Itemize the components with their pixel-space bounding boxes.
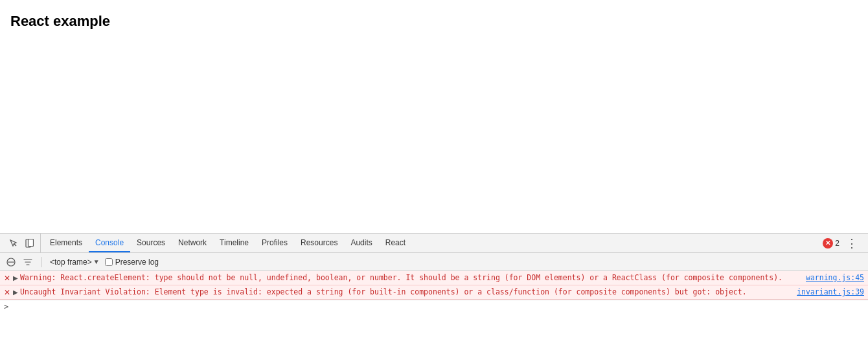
more-options-button[interactable]: ⋮ [843,236,860,250]
message-text-2: Uncaught Invariant Violation: Element ty… [20,287,792,296]
message-source-1[interactable]: warning.js:45 [806,273,864,282]
tab-audits[interactable]: Audits [344,234,378,252]
devtools-right-controls: ✕ 2 ⋮ [817,236,865,250]
page-heading: React example [10,13,858,30]
console-input-line: > [0,300,868,313]
mobile-device-icon[interactable] [23,238,35,249]
tab-sources[interactable]: Sources [130,234,172,252]
console-messages: ✕ ▶ Warning: React.createElement: type s… [0,271,868,343]
preserve-log-label[interactable]: Preserve log [105,258,159,267]
tab-network[interactable]: Network [172,234,213,252]
devtools-panel: Elements Console Sources Network Timelin… [0,233,868,343]
error-icon-2: ✕ [4,288,10,297]
main-content: React example [0,0,868,233]
devtools-tabs: Elements Console Sources Network Timelin… [41,234,817,252]
message-text-1: Warning: React.createElement: type shoul… [20,273,801,282]
tab-console[interactable]: Console [89,234,130,252]
preserve-log-checkbox[interactable] [105,258,113,266]
svg-rect-2 [28,239,33,246]
tab-resources[interactable]: Resources [294,234,344,252]
inspect-element-icon[interactable] [8,238,19,249]
frame-selector-text: <top frame> [50,258,92,267]
devtools-icons [3,234,41,252]
tab-profiles[interactable]: Profiles [255,234,294,252]
message-source-2[interactable]: invariant.js:39 [797,287,864,296]
tab-elements[interactable]: Elements [43,234,89,252]
preserve-log-text: Preserve log [115,258,159,267]
filter-icon[interactable] [22,256,34,268]
console-message: ✕ ▶ Warning: React.createElement: type s… [0,271,868,285]
tab-react[interactable]: React [379,234,412,252]
error-count-icon: ✕ [823,238,833,249]
console-prompt-symbol: > [4,302,8,311]
frame-dropdown-arrow[interactable]: ▼ [93,258,100,265]
devtools-tabs-bar: Elements Console Sources Network Timelin… [0,234,868,253]
svg-line-0 [14,243,17,246]
console-message: ✕ ▶ Uncaught Invariant Violation: Elemen… [0,285,868,300]
error-icon-1: ✕ [4,274,10,283]
tab-timeline[interactable]: Timeline [213,234,255,252]
error-count: 2 [835,239,839,248]
expand-arrow-1[interactable]: ▶ [13,274,18,282]
expand-arrow-2[interactable]: ▶ [13,289,18,296]
clear-console-icon[interactable] [5,256,17,268]
error-badge[interactable]: ✕ 2 [823,238,839,249]
frame-selector[interactable]: <top frame> ▼ [50,258,100,267]
devtools-toolbar: <top frame> ▼ Preserve log [0,253,868,271]
toolbar-separator [41,257,42,267]
